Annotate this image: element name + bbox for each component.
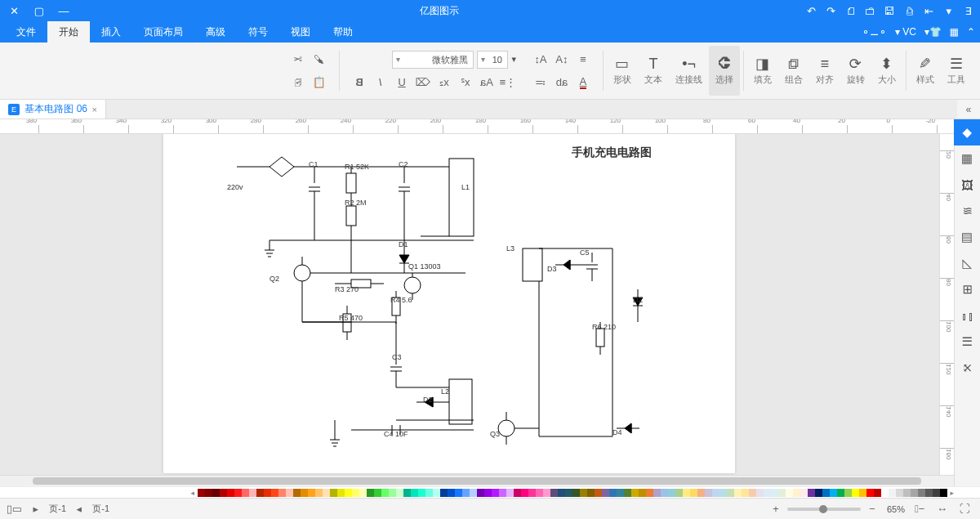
color-swatch[interactable] [381, 489, 389, 497]
ribbon-rotate[interactable]: ⟲旋转 [840, 46, 871, 96]
color-swatch[interactable] [323, 489, 330, 497]
color-swatch[interactable] [448, 489, 455, 497]
paste-icon[interactable]: 📋 [311, 74, 327, 91]
menu-shirt-icon[interactable]: 👕▾ [924, 26, 942, 38]
tab-pagelayout[interactable]: 页面布局 [132, 21, 194, 43]
copy-icon[interactable]: ⎘ [290, 74, 306, 91]
font-size-dropdown[interactable]: ▾ [511, 54, 516, 65]
case-icon[interactable]: Aa [479, 74, 495, 91]
zoom-plus[interactable]: + [768, 501, 784, 517]
color-swatch[interactable] [602, 489, 609, 497]
color-swatch[interactable] [249, 489, 256, 497]
color-swatch[interactable] [293, 489, 301, 497]
vc-label[interactable]: VC ▾ [895, 26, 916, 38]
color-swatch[interactable] [286, 489, 293, 497]
color-swatch[interactable] [609, 489, 617, 497]
color-swatch[interactable] [668, 489, 675, 497]
color-swatch[interactable] [301, 489, 308, 497]
color-swatch[interactable] [425, 489, 433, 497]
color-swatch[interactable] [631, 489, 639, 497]
color-swatch[interactable] [470, 489, 477, 497]
ribbon-connector[interactable]: ⌐•连接线 [669, 46, 709, 96]
color-swatch[interactable] [411, 489, 418, 497]
color-swatch[interactable] [617, 489, 624, 497]
color-swatch[interactable] [337, 489, 345, 497]
color-swatch[interactable] [477, 489, 484, 497]
color-swatch[interactable] [521, 489, 528, 497]
tb-save-icon[interactable]: 🖫 [884, 4, 897, 17]
font-color-icon[interactable]: A [575, 74, 591, 91]
color-swatch[interactable] [874, 489, 881, 497]
cut-icon[interactable]: ✂ [290, 51, 306, 68]
color-swatch[interactable] [433, 489, 440, 497]
table-panel-button[interactable]: ⊞ [955, 276, 981, 302]
color-swatch[interactable] [506, 489, 514, 497]
color-swatch[interactable] [925, 489, 933, 497]
color-swatch[interactable] [595, 489, 602, 497]
tab-start[interactable]: 开始 [47, 21, 90, 43]
color-swatch[interactable] [815, 489, 822, 497]
color-swatch[interactable] [771, 489, 778, 497]
color-swatch[interactable] [572, 489, 580, 497]
color-swatch[interactable] [624, 489, 631, 497]
list-icon[interactable]: ≔ [532, 74, 549, 91]
color-swatch[interactable] [844, 489, 852, 497]
tb-undo-icon[interactable]: ↶ [825, 4, 838, 17]
zoom-slider[interactable] [787, 508, 861, 511]
page[interactable]: 手机充电电路图 [163, 134, 735, 473]
color-swatch[interactable] [866, 489, 874, 497]
ribbon-tools[interactable]: ☰工具 [941, 46, 972, 96]
color-swatch[interactable] [455, 489, 462, 497]
color-swatch[interactable] [749, 489, 756, 497]
color-swatch[interactable] [778, 489, 786, 497]
color-swatch[interactable] [859, 489, 866, 497]
color-swatch[interactable] [793, 489, 800, 497]
color-swatch[interactable] [661, 489, 668, 497]
bullets-icon[interactable]: ⋮≡ [500, 74, 516, 91]
zoom-out-icon[interactable]: −⃝ [911, 501, 928, 517]
align-left-icon[interactable]: ≡ [575, 51, 591, 68]
menu-grid-icon[interactable]: ▦ [950, 26, 959, 38]
color-swatch[interactable] [830, 489, 837, 497]
color-swatch[interactable] [903, 489, 911, 497]
page-prev-icon[interactable]: ▸ [71, 501, 87, 517]
color-swatch[interactable] [646, 489, 653, 497]
color-swatch[interactable] [242, 489, 249, 497]
color-swatch[interactable] [308, 489, 315, 497]
clear-format-icon[interactable]: ⌫ [415, 74, 431, 91]
fit-page-icon[interactable]: ⛶ [957, 501, 973, 517]
color-swatch[interactable] [264, 489, 271, 497]
tab-help[interactable]: 帮助 [322, 21, 364, 43]
color-swatch[interactable] [227, 489, 234, 497]
sub-icon[interactable]: x₂ [436, 74, 452, 91]
color-swatch[interactable] [653, 489, 661, 497]
color-swatch[interactable] [359, 489, 367, 497]
color-swatch[interactable] [683, 489, 690, 497]
ribbon-align[interactable]: ≡对齐 [809, 46, 840, 96]
color-swatch[interactable] [800, 489, 808, 497]
color-swatch[interactable] [719, 489, 727, 497]
color-swatch[interactable] [727, 489, 734, 497]
minimize-button[interactable]: — [54, 1, 74, 20]
ribbon-size[interactable]: ⬍大小 [871, 46, 902, 96]
color-swatch[interactable] [256, 489, 264, 497]
color-swatch[interactable] [389, 489, 396, 497]
tab-view[interactable]: 视图 [279, 21, 322, 43]
tb-dropdown-icon[interactable]: ▾ [942, 4, 956, 17]
text-height-icon[interactable]: ↕A [554, 51, 570, 68]
color-swatch[interactable] [558, 489, 565, 497]
color-swatch[interactable] [499, 489, 506, 497]
ribbon-text[interactable]: T文本 [638, 46, 669, 96]
page-list-icon[interactable]: ▭▯ [7, 501, 23, 517]
page-label-left[interactable]: 页-1 [92, 503, 109, 515]
chart-panel-button[interactable]: ◿ [955, 250, 981, 276]
color-swatch[interactable] [528, 489, 536, 497]
italic-icon[interactable]: I [372, 74, 389, 91]
palette-prev[interactable]: ◂ [947, 489, 957, 497]
color-swatch[interactable] [911, 489, 918, 497]
color-swatch[interactable] [462, 489, 470, 497]
text-panel-button[interactable]: ☰ [955, 329, 981, 355]
color-swatch[interactable] [734, 489, 742, 497]
color-swatch[interactable] [808, 489, 815, 497]
text-size-icon[interactable]: A↕ [532, 51, 549, 68]
